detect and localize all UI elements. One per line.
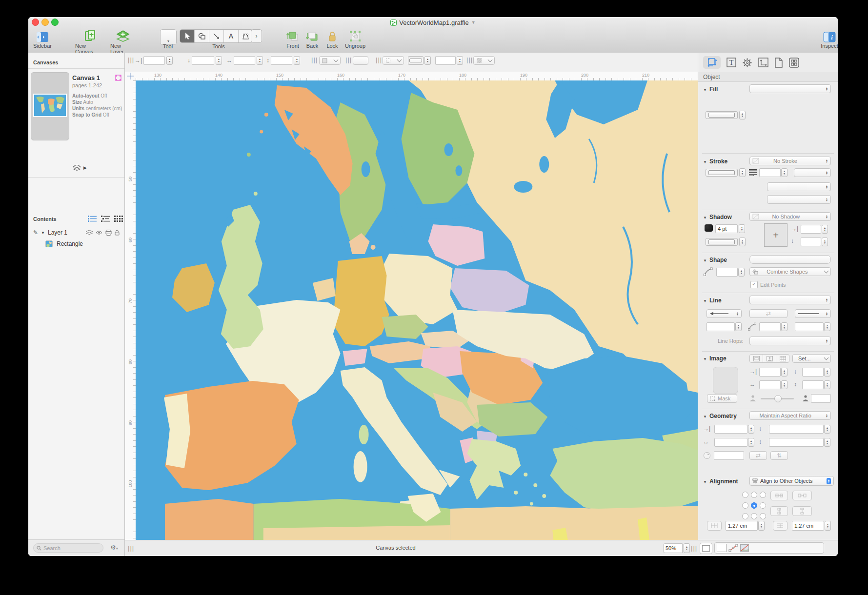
line-type-dropdown[interactable]: ▲▼ xyxy=(749,296,831,304)
line-end-arrow-dropdown[interactable]: ▲▼ xyxy=(795,309,831,318)
shadow-x-field[interactable] xyxy=(801,225,821,234)
x-position-field[interactable] xyxy=(143,56,165,65)
flip-horizontal-button[interactable]: ⇄ xyxy=(749,451,767,460)
geometry-width-stepper[interactable]: ▲▼ xyxy=(748,438,754,447)
vertical-ruler[interactable]: 5060708090100 xyxy=(125,80,136,540)
action-menu-button[interactable]: ⚙▾ xyxy=(110,544,118,551)
h-spacing-stepper[interactable]: ▲▼ xyxy=(758,521,765,531)
grid-view-icon[interactable] xyxy=(114,215,124,222)
image-set-dropdown[interactable]: Set... xyxy=(792,354,831,363)
stroke-style-chip[interactable] xyxy=(728,544,738,552)
text-tool-button[interactable]: A xyxy=(224,30,239,42)
grip-icon[interactable]: ||| xyxy=(691,544,697,552)
geometry-y-stepper[interactable]: ▲▼ xyxy=(824,425,830,434)
geometry-x-stepper[interactable]: ▲▼ xyxy=(748,425,754,434)
v-spacing-button[interactable] xyxy=(773,521,787,531)
line-end-size-stepper[interactable]: ▲▼ xyxy=(824,322,830,331)
line-curve-stepper[interactable]: ▲▼ xyxy=(781,322,787,331)
image-stretch-button[interactable] xyxy=(763,355,776,362)
lock-button[interactable]: Lock xyxy=(323,28,342,49)
sidebar-button[interactable]: Sidebar xyxy=(32,28,53,49)
image-natural-button[interactable] xyxy=(750,355,763,362)
shadow-x-stepper[interactable]: ▲▼ xyxy=(822,225,828,234)
image-width-stepper[interactable]: ▲▼ xyxy=(781,380,787,389)
tab-stencils[interactable] xyxy=(789,58,799,68)
outline-view-icon[interactable] xyxy=(101,215,110,222)
stroke-swatch[interactable] xyxy=(408,56,424,65)
stroke-color-swatch[interactable] xyxy=(706,169,738,177)
line-start-size-field[interactable] xyxy=(707,322,735,331)
h-spacing-field[interactable]: 1.27 cm xyxy=(726,521,758,531)
anchor-bottom-right[interactable] xyxy=(760,513,766,519)
ungroup-button[interactable]: Ungroup xyxy=(342,28,369,49)
combine-shapes-dropdown[interactable]: Combine Shapes xyxy=(749,267,831,276)
line-end-size-field[interactable] xyxy=(795,322,824,331)
shadow-type-dropdown[interactable]: No Shadow▲▼ xyxy=(749,212,831,221)
line-tool-button[interactable] xyxy=(209,30,224,42)
stroke-width-field[interactable] xyxy=(759,168,781,177)
layer-lock-icon[interactable] xyxy=(115,230,120,236)
shadow-swatch-stepper[interactable]: ▲▼ xyxy=(739,238,746,246)
image-opacity-slider[interactable] xyxy=(761,398,794,399)
fill-type-dropdown[interactable]: ▲▼ xyxy=(749,84,831,93)
grip-icon[interactable]: ||| xyxy=(311,56,318,63)
canvas-layers-toggle[interactable]: ▶ xyxy=(73,165,87,171)
image-height-stepper[interactable]: ▲▼ xyxy=(824,380,830,389)
h-spacing-button[interactable] xyxy=(707,521,722,531)
grip-icon[interactable]: ||| xyxy=(376,56,382,63)
swap-arrows-button[interactable]: ⇄ xyxy=(749,309,787,318)
fill-style-dropdown[interactable] xyxy=(319,56,341,65)
shadow-y-stepper[interactable]: ▲▼ xyxy=(822,238,828,246)
fill-color-well[interactable] xyxy=(353,56,368,65)
flip-vertical-button[interactable]: ⇅ xyxy=(770,451,788,460)
aspect-ratio-dropdown[interactable]: Maintain Aspect Ratio▲▼ xyxy=(749,411,831,420)
new-layer-button[interactable]: New Layer xyxy=(110,28,136,55)
image-well[interactable] xyxy=(713,367,738,394)
shadow-y-field[interactable] xyxy=(801,238,821,246)
zoom-level[interactable]: 50% xyxy=(663,543,683,553)
visibility-eye-icon[interactable] xyxy=(96,230,102,235)
disclosure-down-icon[interactable]: ▼ xyxy=(41,231,45,235)
canvas-thumbnail[interactable] xyxy=(31,72,69,140)
shadow-offset-picker[interactable]: + xyxy=(764,223,787,247)
geometry-height-stepper[interactable]: ▲▼ xyxy=(824,438,830,447)
image-y-field[interactable] xyxy=(802,368,824,377)
shadow-color-swatch[interactable] xyxy=(706,238,738,246)
horizontal-ruler[interactable]: 130140150160170180190200210 xyxy=(136,72,698,81)
line-hops-dropdown[interactable]: ▲▼ xyxy=(749,337,831,345)
canvas-name[interactable]: Canvas 1 xyxy=(72,74,100,81)
shape-field[interactable] xyxy=(749,255,831,264)
shadow-blur-stepper[interactable]: ▲▼ xyxy=(739,224,745,233)
x-position-stepper[interactable]: ▲▼ xyxy=(166,56,173,65)
v-spacing-stepper[interactable]: ▲▼ xyxy=(825,521,831,531)
fill-style-chip[interactable] xyxy=(717,544,727,552)
space-v-button[interactable] xyxy=(792,506,812,516)
more-tools-button[interactable]: › xyxy=(251,29,262,43)
rotation-field[interactable] xyxy=(714,451,744,460)
edit-points-control[interactable]: ✓ Edit Points xyxy=(750,281,786,288)
title-chevron-icon[interactable]: ▼ xyxy=(471,20,476,25)
grip-icon[interactable]: ||| xyxy=(128,56,134,63)
y-position-stepper[interactable]: ▲▼ xyxy=(216,56,222,65)
grip-icon[interactable]: ||| xyxy=(466,56,473,63)
stroke-swatch-stepper[interactable]: ▲▼ xyxy=(739,168,746,177)
canvas-viewport[interactable] xyxy=(136,80,698,540)
ruler-corner[interactable] xyxy=(125,72,136,81)
geometry-x-field[interactable] xyxy=(714,425,747,434)
tab-document[interactable] xyxy=(774,58,783,68)
print-icon[interactable] xyxy=(105,230,112,236)
front-button[interactable]: Front xyxy=(281,28,304,49)
inspect-button[interactable]: i Inspect xyxy=(818,28,838,49)
shape-tool-button[interactable] xyxy=(195,30,209,42)
line-curve-field[interactable] xyxy=(759,322,781,331)
geometry-width-field[interactable] xyxy=(714,438,747,447)
distribute-v-button[interactable] xyxy=(770,506,788,516)
v-spacing-field[interactable]: 1.27 cm xyxy=(792,521,824,531)
selection-tool-button[interactable] xyxy=(180,30,195,42)
image-x-stepper[interactable]: ▲▼ xyxy=(781,368,787,377)
tab-object[interactable] xyxy=(703,56,721,69)
width-stepper[interactable]: ▲▼ xyxy=(257,56,263,65)
edit-points-checkbox[interactable]: ✓ xyxy=(750,281,758,288)
stroke-width-stepper[interactable]: ▲▼ xyxy=(781,168,787,177)
anchor-bottom-center[interactable] xyxy=(751,513,757,519)
